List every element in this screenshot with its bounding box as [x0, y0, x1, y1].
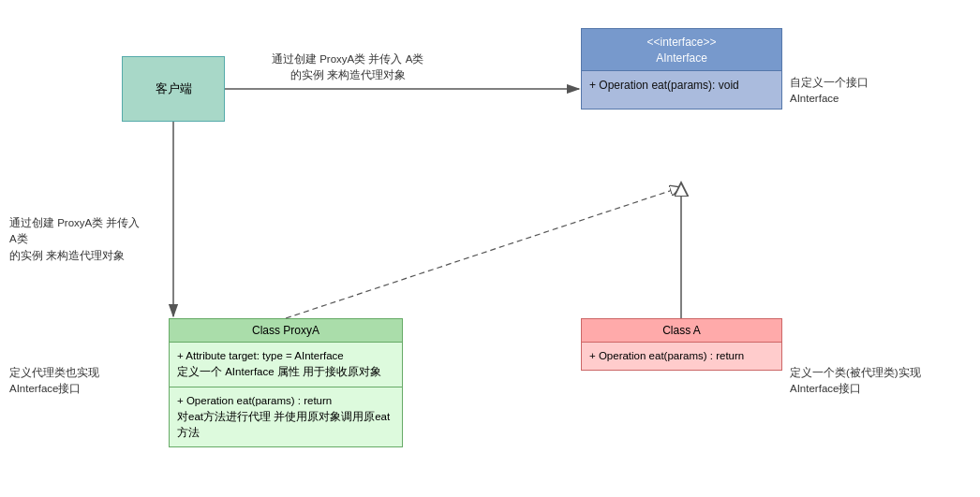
classa-header: Class A: [582, 319, 781, 343]
proxya-box: Class ProxyA + Attribute target: type = …: [169, 318, 403, 447]
left-arrow-label: 通过创建 ProxyA类 并传入 A类 的实例 来构造代理对象: [9, 215, 141, 264]
ainterface-box: <<interface>> AInterface + Operation eat…: [581, 28, 782, 110]
classa-method-section: + Operation eat(params) : return: [582, 343, 781, 370]
proxya-method: + Operation eat(params) : return: [177, 393, 394, 409]
proxya-attr: + Attribute target: type = AInterface: [177, 348, 394, 364]
ainterface-stereotype: <<interface>>: [586, 35, 778, 51]
right-ainterface-label: 自定义一个接口 AInterface: [790, 75, 869, 108]
client-box: 客户端: [122, 56, 225, 122]
classa-box: Class A + Operation eat(params) : return: [581, 318, 782, 371]
proxya-to-ainterface-dashed: [286, 187, 681, 318]
proxya-method-section: + Operation eat(params) : return 对eat方法进…: [170, 387, 402, 447]
ainterface-name: AInterface: [586, 51, 778, 66]
proxya-attr-desc: 定义一个 AInterface 属性 用于接收原对象: [177, 364, 394, 380]
ainterface-body: + Operation eat(params): void: [582, 71, 781, 109]
ainterface-header: <<interface>> AInterface: [582, 29, 781, 71]
top-arrow-label: 通过创建 ProxyA类 并传入 A类 的实例 来构造代理对象: [272, 51, 423, 84]
classa-method: + Operation eat(params) : return: [589, 350, 744, 361]
diagram-container: 客户端 <<interface>> AInterface + Operation…: [0, 0, 980, 497]
client-label: 客户端: [156, 80, 192, 97]
bottom-left-label: 定义代理类也实现 AInterface接口: [9, 365, 99, 398]
ainterface-method: + Operation eat(params): void: [589, 79, 739, 92]
proxya-attr-section: + Attribute target: type = AInterface 定义…: [170, 343, 402, 387]
bottom-right-label: 定义一个类(被代理类)实现 AInterface接口: [790, 365, 921, 398]
proxya-method-desc: 对eat方法进行代理 并使用原对象调用原eat方法: [177, 409, 394, 442]
proxya-header: Class ProxyA: [170, 319, 402, 343]
